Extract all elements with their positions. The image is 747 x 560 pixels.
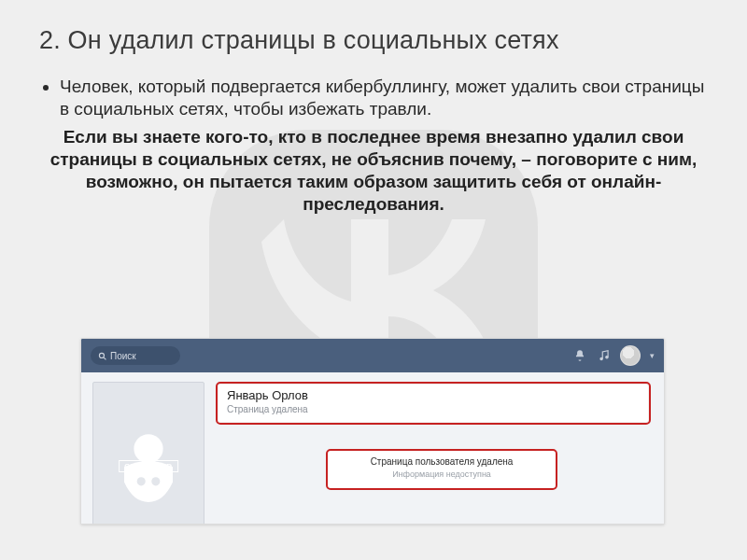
svg-line-2 — [104, 357, 106, 359]
search-icon — [98, 352, 106, 360]
bullet-list: Человек, который подвергается кибербулли… — [39, 76, 708, 120]
profile-body: CENSORED Январь Орлов Страница удалена С… — [81, 372, 664, 524]
svg-point-1 — [99, 353, 104, 357]
bullet-item: Человек, который подвергается кибербулли… — [60, 76, 708, 120]
user-name: Январь Орлов — [227, 388, 640, 402]
avatar[interactable] — [620, 345, 641, 366]
slide: 2. Он удалил страницы в социальных сетях… — [0, 0, 747, 560]
topbar: Поиск ▾ — [81, 339, 664, 372]
search-box[interactable]: Поиск — [91, 346, 180, 365]
svg-point-6 — [137, 477, 146, 485]
deleted-subtitle: Информация недоступна — [335, 469, 548, 479]
notifications-icon[interactable] — [571, 347, 588, 364]
content-area: 2. Он удалил страницы в социальных сетях… — [0, 0, 747, 217]
svg-point-4 — [606, 357, 608, 358]
svg-point-5 — [134, 434, 162, 463]
svg-point-3 — [600, 357, 602, 359]
bold-paragraph: Если вы знаете кого-то, кто в последнее … — [39, 126, 708, 217]
music-icon[interactable] — [596, 347, 613, 364]
deleted-message-box: Страница пользователя удалена Информация… — [326, 449, 557, 490]
deleted-title: Страница пользователя удалена — [335, 456, 548, 467]
profile-picture: CENSORED — [92, 382, 204, 525]
svg-point-7 — [151, 477, 160, 485]
slide-title: 2. Он удалил страницы в социальных сетях — [39, 26, 708, 55]
censored-badge: CENSORED — [119, 460, 178, 472]
chevron-down-icon[interactable]: ▾ — [650, 351, 655, 360]
user-name-box: Январь Орлов Страница удалена — [216, 382, 651, 425]
search-placeholder: Поиск — [110, 351, 136, 361]
social-profile-screenshot: Поиск ▾ C — [80, 338, 665, 525]
user-status: Страница удалена — [227, 404, 640, 414]
